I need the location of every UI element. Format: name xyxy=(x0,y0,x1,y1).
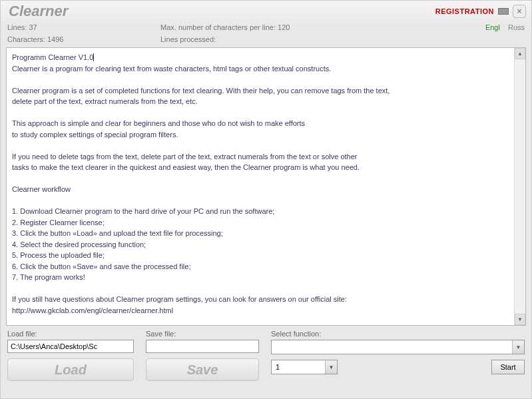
maxchars-label: Max. number of characters per line: xyxy=(160,23,276,31)
save-file-input[interactable] xyxy=(146,340,259,353)
text-editor[interactable]: Programm Clearner V1.0 Clearner is a pro… xyxy=(6,47,526,326)
text-content[interactable]: Programm Clearner V1.0 Clearner is a pro… xyxy=(7,48,514,325)
lines-value: 37 xyxy=(29,23,37,31)
lines-stat: Lines: 37 xyxy=(7,23,160,31)
scrollbar[interactable]: ▲ ▼ xyxy=(514,48,525,325)
load-file-label: Load file: xyxy=(7,330,134,338)
chars-label: Characters: xyxy=(7,35,45,43)
lang-english[interactable]: Engl xyxy=(485,23,500,31)
scroll-track[interactable] xyxy=(515,59,525,314)
lang-russian[interactable]: Russ xyxy=(508,23,525,31)
load-file-input[interactable] xyxy=(7,340,134,353)
caret-icon xyxy=(93,53,94,61)
scroll-up-icon[interactable]: ▲ xyxy=(515,48,525,59)
stats-row-1: Lines: 37 Max. number of characters per … xyxy=(1,22,531,34)
maxchars-stat: Max. number of characters per line: 120 xyxy=(160,23,485,31)
minimize-icon[interactable] xyxy=(498,8,509,15)
save-file-label: Save file: xyxy=(146,330,259,338)
chevron-down-icon[interactable]: ▼ xyxy=(512,340,524,354)
chevron-down-icon[interactable]: ▼ xyxy=(325,360,337,374)
start-button[interactable]: Start xyxy=(491,360,525,374)
count-spinner-value: 1 xyxy=(276,363,280,371)
function-combo[interactable]: ▼ xyxy=(271,340,525,354)
titlebar: Clearner REGISTRATION × xyxy=(1,1,531,22)
titlebar-controls: REGISTRATION × xyxy=(435,5,526,18)
text-body: Clearner is a program for clearing text … xyxy=(12,65,390,326)
select-function-label: Select function: xyxy=(271,330,525,338)
lines-label: Lines: xyxy=(7,23,27,31)
maxchars-value: 120 xyxy=(278,23,290,31)
app-title: Clearner xyxy=(6,3,68,20)
scroll-down-icon[interactable]: ▼ xyxy=(515,314,525,325)
chars-stat: Characters: 1496 xyxy=(7,35,160,43)
registration-link[interactable]: REGISTRATION xyxy=(435,7,494,15)
close-button[interactable]: × xyxy=(513,5,526,18)
save-button[interactable]: Save xyxy=(146,358,259,381)
app-window: Clearner REGISTRATION × Lines: 37 Max. n… xyxy=(0,0,532,399)
stats-row-2: Characters: 1496 Lines processed: xyxy=(1,34,531,46)
processed-label: Lines processed: xyxy=(160,35,216,43)
text-first-line: Programm Clearner V1.0 xyxy=(12,53,93,61)
chars-value: 1496 xyxy=(47,35,63,43)
processed-stat: Lines processed: xyxy=(160,35,525,43)
count-spinner[interactable]: 1 ▼ xyxy=(271,360,338,374)
load-button[interactable]: Load xyxy=(7,358,134,381)
bottom-controls: Load file: Load Save file: Save Select f… xyxy=(1,330,531,381)
